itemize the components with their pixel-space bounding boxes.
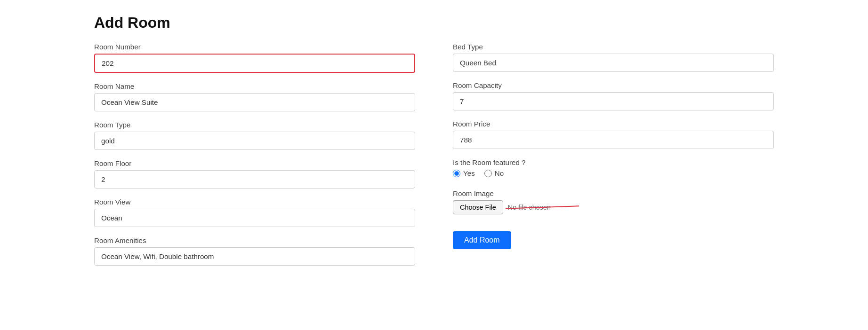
room-view-input[interactable] <box>94 209 415 227</box>
room-amenities-input[interactable] <box>94 247 415 266</box>
room-name-group: Room Name <box>94 82 415 111</box>
room-capacity-group: Room Capacity <box>453 81 774 110</box>
room-price-label: Room Price <box>453 120 774 128</box>
room-capacity-label: Room Capacity <box>453 81 774 89</box>
room-number-group: Room Number <box>94 43 415 73</box>
room-type-group: Room Type <box>94 121 415 150</box>
room-type-label: Room Type <box>94 121 415 129</box>
form-grid: Room Number Room Name Room Type Room Flo… <box>94 43 774 275</box>
no-file-chosen-label: No file chosen <box>508 204 551 211</box>
room-number-label: Room Number <box>94 43 415 51</box>
is-featured-label: Is the Room featured ? <box>453 158 774 166</box>
featured-yes-option[interactable]: Yes <box>453 169 475 177</box>
room-view-group: Room View <box>94 198 415 227</box>
featured-no-label: No <box>495 169 504 177</box>
bed-type-label: Bed Type <box>453 43 774 51</box>
room-amenities-group: Room Amenities <box>94 236 415 266</box>
room-floor-group: Room Floor <box>94 159 415 189</box>
right-column: Bed Type Room Capacity Room Price Is the… <box>453 43 774 275</box>
featured-yes-label: Yes <box>463 169 475 177</box>
add-room-button[interactable]: Add Room <box>453 231 511 249</box>
room-name-input[interactable] <box>94 93 415 111</box>
room-image-label: Room Image <box>453 189 774 197</box>
room-view-label: Room View <box>94 198 415 206</box>
room-amenities-label: Room Amenities <box>94 236 415 244</box>
room-number-input[interactable] <box>94 54 415 73</box>
page-title: Add Room <box>94 14 774 31</box>
room-image-group: Room Image Choose File No file chosen <box>453 189 774 214</box>
featured-no-option[interactable]: No <box>484 169 504 177</box>
room-price-input[interactable] <box>453 131 774 149</box>
file-upload-row: Choose File No file chosen <box>453 200 774 214</box>
bed-type-input[interactable] <box>453 54 774 72</box>
room-capacity-input[interactable] <box>453 92 774 110</box>
featured-yes-radio[interactable] <box>453 170 460 177</box>
featured-no-radio[interactable] <box>484 170 492 177</box>
room-floor-label: Room Floor <box>94 159 415 167</box>
featured-radio-group: Yes No <box>453 169 774 180</box>
left-column: Room Number Room Name Room Type Room Flo… <box>94 43 415 275</box>
bed-type-group: Bed Type <box>453 43 774 72</box>
is-featured-group: Is the Room featured ? Yes No <box>453 158 774 180</box>
room-name-label: Room Name <box>94 82 415 90</box>
room-floor-input[interactable] <box>94 170 415 189</box>
room-type-input[interactable] <box>94 132 415 150</box>
room-price-group: Room Price <box>453 120 774 149</box>
choose-file-button[interactable]: Choose File <box>453 200 503 214</box>
